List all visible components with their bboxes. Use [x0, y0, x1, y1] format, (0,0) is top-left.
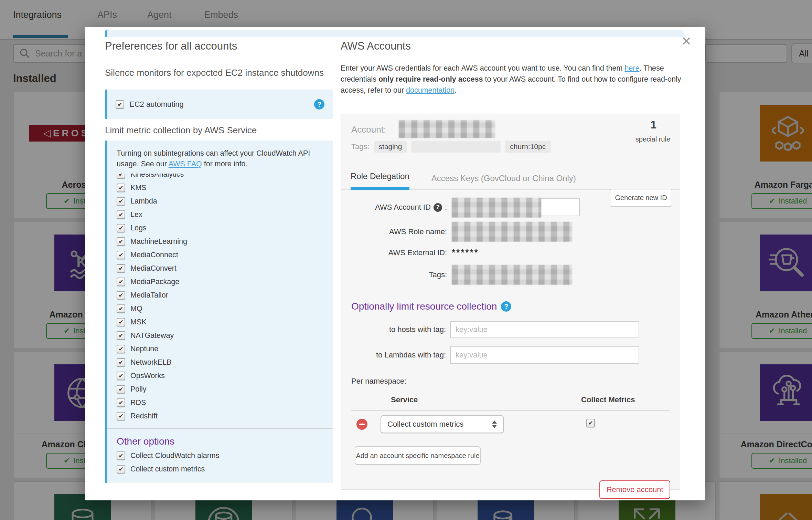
- service-row[interactable]: ✔ MediaConvert: [107, 262, 333, 275]
- tags-label: Tags:: [351, 142, 370, 151]
- service-checkbox[interactable]: ✔: [117, 237, 125, 246]
- redacted-account-id: [399, 120, 495, 138]
- select-arrows-icon: [492, 420, 497, 428]
- aws-account-id-label: AWS Account ID?:: [341, 203, 447, 212]
- service-row[interactable]: ✔ RDS: [107, 396, 333, 409]
- service-row[interactable]: ✔ NetworkELB: [107, 356, 333, 369]
- lambdas-tag-label: to Lambdas with tag:: [341, 351, 446, 360]
- tag-chip-churn: churn:10pc: [505, 141, 551, 153]
- service-checkbox[interactable]: ✔: [117, 385, 125, 394]
- help-icon[interactable]: ?: [314, 99, 324, 110]
- tag-chip-redacted: [411, 141, 501, 153]
- service-label: MediaConvert: [130, 264, 177, 273]
- aws-role-name-label: AWS Role name:: [341, 227, 447, 236]
- preferences-title: Preferences for all accounts: [105, 40, 237, 52]
- account-label: Account:: [351, 124, 386, 135]
- namespace-service-select[interactable]: Collect custom metrics: [381, 415, 504, 433]
- option-label: Collect CloudWatch alarms: [130, 451, 219, 460]
- service-label: MachineLearning: [130, 237, 187, 246]
- option-row[interactable]: ✔ Collect custom metrics: [107, 462, 333, 476]
- service-checkbox[interactable]: ✔: [117, 197, 125, 206]
- service-label: KinesisAnalytics: [130, 174, 184, 179]
- account-header: Account: Tags: staging churn:10pc 1 spec…: [341, 114, 680, 159]
- service-checkbox[interactable]: ✔: [117, 251, 125, 259]
- scrolled-panel-top-strip: [105, 30, 684, 37]
- other-options-list: ✔ Collect CloudWatch alarms ✔ Collect cu…: [107, 449, 333, 477]
- service-row[interactable]: ✔ Lambda: [107, 195, 333, 208]
- service-row[interactable]: ✔ MediaPackage: [107, 275, 333, 289]
- tab-role-delegation[interactable]: Role Delegation: [351, 171, 409, 190]
- limit-metric-heading: Limit metric collection by AWS Service: [105, 125, 257, 136]
- service-label: Redshift: [130, 412, 158, 420]
- service-row[interactable]: ✔ KMS: [107, 181, 333, 195]
- remove-rule-icon[interactable]: [356, 419, 367, 430]
- subintegrations-info-text: Turning on subintegrations can affect yo…: [107, 147, 333, 171]
- ec2-automuting-panel: ✔ EC2 automuting ?: [105, 90, 333, 119]
- service-row[interactable]: ✔ MQ: [107, 302, 333, 315]
- service-checkbox[interactable]: ✔: [117, 304, 125, 313]
- help-icon[interactable]: ?: [434, 203, 442, 212]
- service-row[interactable]: ✔ NATGateway: [107, 329, 333, 342]
- ec2-automuting-label: EC2 automuting: [129, 100, 184, 109]
- hosts-tag-input[interactable]: [450, 321, 639, 338]
- service-checkbox[interactable]: ✔: [117, 184, 125, 192]
- service-label: NetworkELB: [130, 358, 172, 367]
- redacted-tags: [452, 265, 572, 285]
- service-checkbox[interactable]: ✔: [117, 291, 125, 300]
- service-label: MSK: [130, 318, 147, 326]
- collect-metrics-checkbox[interactable]: ✔: [586, 419, 595, 427]
- tag-chip-staging: staging: [374, 141, 407, 153]
- service-row[interactable]: ✔ Neptune: [107, 342, 333, 356]
- service-checkbox[interactable]: ✔: [117, 331, 125, 340]
- service-row[interactable]: ✔ KinesisAnalytics: [107, 174, 333, 181]
- tab-access-keys[interactable]: Access Keys (GovCloud or China Only): [431, 174, 576, 189]
- service-row[interactable]: ✔ MachineLearning: [107, 235, 333, 248]
- option-label: Collect custom metrics: [130, 465, 205, 474]
- limit-resource-section: Optionally limit resource collection ? t…: [341, 294, 680, 480]
- lambdas-tag-input[interactable]: [450, 346, 639, 364]
- aws-integration-settings-modal: ✕ Preferences for all accounts Silence m…: [85, 27, 705, 500]
- aws-credentials-intro: Enter your AWS credentials for each AWS …: [341, 63, 681, 96]
- service-row[interactable]: ✔ MediaConnect: [107, 248, 333, 262]
- service-checkbox[interactable]: ✔: [117, 264, 125, 273]
- aws-account-card: Account: Tags: staging churn:10pc 1 spec…: [341, 114, 680, 490]
- generate-new-id-button[interactable]: Generate new ID: [610, 189, 672, 207]
- option-checkbox[interactable]: ✔: [117, 465, 125, 474]
- service-row[interactable]: ✔ Polly: [107, 383, 333, 396]
- service-label: Lambda: [130, 197, 157, 206]
- service-checkbox[interactable]: ✔: [117, 174, 125, 179]
- service-label: RDS: [130, 398, 146, 407]
- service-row[interactable]: ✔ Redshift: [107, 409, 333, 423]
- service-checkbox[interactable]: ✔: [117, 372, 125, 380]
- service-label: MediaTailor: [130, 291, 168, 300]
- service-checkbox[interactable]: ✔: [117, 358, 125, 367]
- service-row[interactable]: ✔ MSK: [107, 315, 333, 329]
- collect-metrics-column-header: Collect Metrics: [581, 395, 635, 404]
- per-namespace-label: Per namespace:: [341, 372, 680, 386]
- aws-account-id-input[interactable]: [452, 198, 580, 216]
- service-checkbox[interactable]: ✔: [117, 278, 125, 286]
- aws-service-panel: Turning on subintegrations can affect yo…: [105, 141, 333, 483]
- help-icon[interactable]: ?: [501, 301, 511, 312]
- service-label: Polly: [130, 385, 147, 394]
- here-link[interactable]: here: [624, 64, 639, 72]
- service-row[interactable]: ✔ MediaTailor: [107, 289, 333, 302]
- ec2-automuting-checkbox[interactable]: ✔: [116, 100, 124, 109]
- documentation-link[interactable]: documentation: [406, 86, 455, 94]
- service-row[interactable]: ✔ OpsWorks: [107, 369, 333, 383]
- service-checkbox[interactable]: ✔: [117, 318, 125, 326]
- option-row[interactable]: ✔ Collect CloudWatch alarms: [107, 449, 333, 462]
- option-checkbox[interactable]: ✔: [117, 451, 125, 460]
- service-checkbox[interactable]: ✔: [117, 345, 125, 353]
- service-row[interactable]: ✔ Logs: [107, 221, 333, 235]
- namespace-rule-row: Collect custom metrics ✔: [351, 411, 670, 439]
- service-checkbox[interactable]: ✔: [117, 210, 125, 219]
- remove-account-button[interactable]: Remove account: [599, 480, 670, 499]
- aws-faq-link[interactable]: AWS FAQ: [169, 160, 202, 168]
- service-checkbox[interactable]: ✔: [117, 412, 125, 420]
- service-checkbox[interactable]: ✔: [117, 224, 125, 232]
- add-namespace-rule-button[interactable]: Add an account specific namespace rule: [355, 446, 481, 465]
- service-row[interactable]: ✔ Lex: [107, 208, 333, 221]
- hosts-tag-label: to hosts with tag:: [341, 325, 446, 334]
- service-checkbox[interactable]: ✔: [117, 398, 125, 407]
